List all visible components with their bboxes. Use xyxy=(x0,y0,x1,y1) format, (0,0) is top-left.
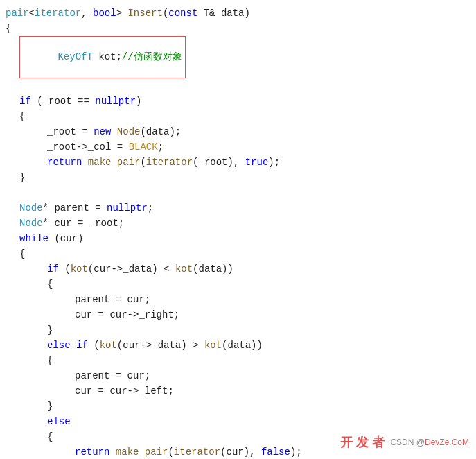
code-line-10: } xyxy=(6,170,476,185)
code-token: kot xyxy=(71,261,88,277)
code-token: > xyxy=(116,6,128,21)
code-token: ( xyxy=(88,338,100,353)
code-token: ( xyxy=(31,94,43,109)
code-line-8: _root->_col = BLACK; xyxy=(6,139,476,155)
code-token xyxy=(111,124,116,139)
code-token: new xyxy=(94,124,111,139)
code-token: kot xyxy=(204,338,222,353)
code-line-4 xyxy=(6,78,476,94)
code-line-22: { xyxy=(6,353,476,368)
code-token: { xyxy=(47,277,53,292)
code-token: ( xyxy=(163,6,168,21)
code-token: iterator xyxy=(35,6,81,21)
code-token: iterator xyxy=(174,444,220,459)
code-token: false xyxy=(261,444,290,459)
code-token: (data)) xyxy=(193,261,233,277)
code-token: Node xyxy=(117,124,141,139)
code-token: pair xyxy=(6,6,29,21)
code-token: _root = xyxy=(47,124,94,139)
code-token: kot; xyxy=(93,51,122,62)
code-token: return xyxy=(47,155,82,170)
code-token xyxy=(109,444,115,459)
code-token: (cur) xyxy=(49,231,83,246)
code-token xyxy=(71,338,76,353)
code-token: Node xyxy=(19,200,43,216)
code-token: if xyxy=(76,338,88,353)
code-token: _root->_col = xyxy=(47,139,129,155)
code-token: ( xyxy=(59,261,71,277)
code-line-24: cur = cur->_left; xyxy=(6,383,476,399)
code-token: { xyxy=(6,21,11,36)
code-token: cur = cur->_left; xyxy=(75,383,174,399)
watermark: 开 发 者 CSDN @DevZe.CoM xyxy=(340,434,469,451)
code-line-6: { xyxy=(6,109,476,124)
code-token: true xyxy=(245,155,269,170)
code-line-21: else if (kot(cur->_data) > kot(data)) xyxy=(6,338,476,353)
code-token: nullptr xyxy=(107,200,148,216)
code-token: iterator xyxy=(146,155,193,170)
code-token: , xyxy=(81,6,93,21)
code-token: BLACK xyxy=(129,139,158,155)
code-token: else xyxy=(47,414,71,429)
code-token: //仿函数对象 xyxy=(122,51,182,62)
code-token: (data); xyxy=(140,124,181,139)
code-token: KeyOfT xyxy=(58,51,92,62)
code-line-17: { xyxy=(6,277,476,292)
code-token: bool xyxy=(93,6,116,21)
code-line-16: if (kot(cur->_data) < kot(data)) xyxy=(6,261,476,277)
code-line-3: KeyOfT kot;//仿函数对象 xyxy=(6,36,476,78)
code-line-2: { xyxy=(6,21,476,36)
code-token: nullptr xyxy=(95,94,136,109)
code-token: { xyxy=(47,353,53,368)
code-token: kot xyxy=(100,338,117,353)
code-line-26: else xyxy=(6,414,476,429)
code-token: Node xyxy=(19,216,43,231)
code-line-13: Node* cur = _root; xyxy=(6,216,476,231)
code-token: ); xyxy=(268,155,280,170)
code-token: parent = cur; xyxy=(75,368,150,383)
code-line-5: if (_root == nullptr) xyxy=(6,94,476,109)
code-line-15: { xyxy=(6,246,476,261)
code-container: pair<iterator, bool> Insert(const T& dat… xyxy=(0,0,476,459)
code-token: ; xyxy=(158,139,164,155)
code-token: return xyxy=(75,444,109,459)
code-token: ; xyxy=(148,200,153,216)
code-token: ) xyxy=(136,94,141,109)
code-token: { xyxy=(47,429,53,444)
code-token: (data)) xyxy=(222,338,263,353)
code-token: (cur->_data) < xyxy=(88,261,175,277)
code-line-11 xyxy=(6,185,476,200)
code-token: } xyxy=(19,170,25,185)
code-token: { xyxy=(19,109,25,124)
code-token: kot xyxy=(175,261,193,277)
code-token: parent = cur; xyxy=(75,292,150,307)
watermark-url: CSDN @DevZe.CoM xyxy=(390,438,469,447)
code-token: (cur->_data) > xyxy=(117,338,204,353)
watermark-brand: DevZe.CoM xyxy=(425,438,469,447)
code-token: < xyxy=(29,6,35,21)
code-token: (_root), xyxy=(193,155,245,170)
code-token: const xyxy=(168,6,197,21)
code-line-7: _root = new Node(data); xyxy=(6,124,476,139)
code-token: } xyxy=(47,322,53,338)
code-token: make_pair xyxy=(88,155,141,170)
code-line-12: Node* parent = nullptr; xyxy=(6,200,476,216)
code-token: ( xyxy=(140,155,146,170)
code-token: else xyxy=(47,338,71,353)
code-token: (cur), xyxy=(220,444,261,459)
code-token: ( xyxy=(168,444,173,459)
code-token: ); xyxy=(290,444,302,459)
code-token xyxy=(82,155,87,170)
code-line-9: return make_pair(iterator(_root), true); xyxy=(6,155,476,170)
code-line-1: pair<iterator, bool> Insert(const T& dat… xyxy=(6,6,476,21)
code-line-20: } xyxy=(6,322,476,338)
code-line-23: parent = cur; xyxy=(6,368,476,383)
code-token: * cur = _root; xyxy=(43,216,125,231)
code-token: { xyxy=(19,246,25,261)
code-token: make_pair xyxy=(116,444,168,459)
watermark-chinese: 开 发 者 xyxy=(340,434,385,451)
code-line-25: } xyxy=(6,399,476,414)
code-line-14: while (cur) xyxy=(6,231,476,246)
code-token: while xyxy=(19,231,49,246)
code-token: cur = cur->_right; xyxy=(75,307,179,322)
